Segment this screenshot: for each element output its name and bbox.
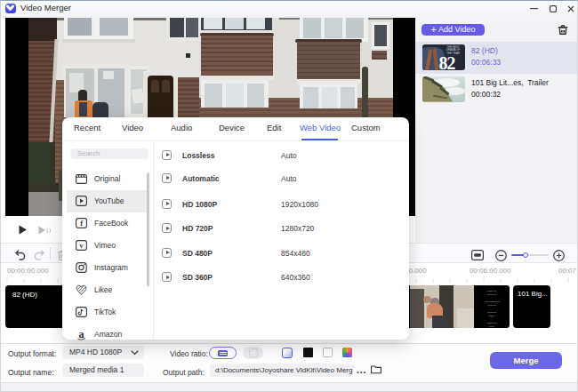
svg-text:v: v [80, 242, 84, 250]
svg-text:f: f [80, 219, 84, 228]
svg-text:a: a [79, 329, 84, 340]
